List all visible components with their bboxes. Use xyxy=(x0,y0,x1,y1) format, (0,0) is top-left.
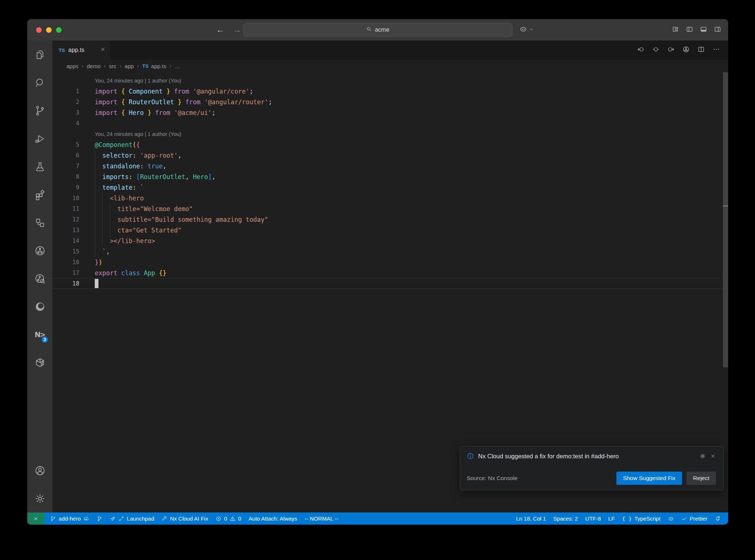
code-line-8[interactable]: 8 imports: [RouterOutlet, Hero], xyxy=(52,171,723,182)
activity-item-settings[interactable] xyxy=(27,484,52,512)
status-language-mode[interactable]: { }TypeScript xyxy=(619,512,664,525)
activity-item-nx-project-view[interactable] xyxy=(27,209,52,237)
status-cursor-position[interactable]: Ln 18, Col 1 xyxy=(512,512,550,525)
notification-close-icon[interactable] xyxy=(710,453,716,459)
git-blame-annotation: You, 24 minutes ago | 1 author (You) xyxy=(52,129,723,139)
scrollbar-slider[interactable] xyxy=(723,72,728,367)
braces-icon: { } xyxy=(622,515,632,522)
breadcrumb-item[interactable]: apps xyxy=(66,63,79,69)
activity-item-run-debug[interactable] xyxy=(27,125,52,153)
split-editor-icon[interactable] xyxy=(697,46,705,55)
activity-item-explorer[interactable] xyxy=(27,41,52,69)
command-center-search[interactable]: acme xyxy=(243,23,512,37)
breadcrumb-item[interactable]: app xyxy=(125,63,134,69)
status-eol[interactable]: LF xyxy=(605,512,619,525)
circle-arrow-right-icon[interactable] xyxy=(667,46,675,55)
window-controls xyxy=(36,19,62,41)
code-editor[interactable]: You, 24 minutes ago | 1 author (You)1imp… xyxy=(52,72,728,512)
breadcrumb-item[interactable]: … xyxy=(175,63,180,69)
copilot-icon[interactable] xyxy=(519,25,527,35)
status-nx-cloud-ai-fix[interactable]: Nx Cloud AI Fix xyxy=(158,512,212,525)
code-line-14[interactable]: 14 ></lib-hero> xyxy=(52,235,723,246)
blame-text: You, 24 minutes ago | 1 author (You) xyxy=(79,131,181,137)
activity-item-gitlens-inspect[interactable] xyxy=(27,265,52,293)
code-line-1[interactable]: 1import { Component } from '@angular/cor… xyxy=(52,86,723,97)
activity-item-testing[interactable] xyxy=(27,153,52,181)
status-commit-graph[interactable] xyxy=(93,512,106,525)
circle-branch-icon[interactable] xyxy=(682,46,690,55)
close-window-button[interactable] xyxy=(36,27,42,33)
code-text: title="Welcmoe demo" xyxy=(79,205,193,213)
toggle-panel-icon[interactable] xyxy=(700,25,707,35)
nav-back-circle-icon[interactable] xyxy=(637,46,644,55)
status-vim-mode[interactable]: -- NORMAL -- xyxy=(301,512,342,525)
code-line-3[interactable]: 3import { Hero } from '@acme/ui'; xyxy=(52,107,723,118)
ellipsis-icon[interactable] xyxy=(713,46,720,55)
status-gitlens-launchpad[interactable]: Launchpad xyxy=(106,512,158,525)
show-suggested-fix-button[interactable]: Show Suggested Fix xyxy=(616,472,682,485)
status-encoding[interactable]: UTF-8 xyxy=(582,512,605,525)
code-line-17[interactable]: 17export class App {} xyxy=(52,267,723,278)
status-remote-indicator[interactable] xyxy=(27,512,44,525)
code-line-12[interactable]: 12 subtitle="Build something amazing tod… xyxy=(52,214,723,225)
status-prettier[interactable]: Prettier xyxy=(678,512,711,525)
toggle-sidebar-left-icon[interactable] xyxy=(686,25,693,35)
code-line-5[interactable]: 5@Component({ xyxy=(52,139,723,150)
line-number: 1 xyxy=(52,88,79,95)
status-notifications-bell[interactable] xyxy=(711,512,724,525)
status-indentation[interactable]: Spaces: 2 xyxy=(550,512,582,525)
code-line-6[interactable]: 6 selector: 'app-root', xyxy=(52,150,723,161)
activity-item-project-graph[interactable] xyxy=(27,237,52,265)
reject-button[interactable]: Reject xyxy=(686,472,716,485)
code-line-16[interactable]: 16}) xyxy=(52,257,723,267)
status-copilot-status[interactable] xyxy=(664,512,678,525)
breadcrumb-separator: › xyxy=(82,63,84,69)
status-git-branch[interactable]: add-hero xyxy=(46,512,93,525)
overview-ruler-cursor-marker xyxy=(723,206,728,206)
activity-item-containers[interactable] xyxy=(27,349,52,377)
minimize-window-button[interactable] xyxy=(46,27,52,33)
code-text: import { RouterOutlet } from '@angular/r… xyxy=(79,98,272,106)
status-text: LF xyxy=(608,515,615,522)
breadcrumb-item[interactable]: TSapp.ts xyxy=(142,63,166,69)
code-text: cta="Get Started" xyxy=(79,227,181,234)
code-line-4[interactable]: 4 xyxy=(52,118,723,129)
vertical-scrollbar[interactable] xyxy=(723,72,728,512)
notification-title: Nx Cloud suggested a fix for demo:test i… xyxy=(478,453,619,460)
status-auto-attach[interactable]: Auto Attach: Always xyxy=(245,512,301,525)
activity-item-source-control[interactable] xyxy=(27,97,52,125)
customize-layout-icon[interactable] xyxy=(672,25,679,35)
warning-triangle-icon xyxy=(230,516,236,522)
line-number: 11 xyxy=(52,206,79,212)
code-line-7[interactable]: 7 standalone: true, xyxy=(52,161,723,171)
breadcrumb-item[interactable]: src xyxy=(109,63,116,69)
activity-item-nx-console[interactable]: N>3 xyxy=(27,321,52,349)
typescript-file-icon: TS xyxy=(142,63,149,69)
code-line-11[interactable]: 11 title="Welcmoe demo" xyxy=(52,203,723,214)
activity-item-extensions[interactable] xyxy=(27,181,52,209)
circle-dash-icon[interactable] xyxy=(652,46,660,55)
code-line-2[interactable]: 2import { RouterOutlet } from '@angular/… xyxy=(52,97,723,107)
navigate-forward-button[interactable]: → xyxy=(233,25,241,35)
info-icon xyxy=(467,452,474,460)
code-line-15[interactable]: 15 `, xyxy=(52,246,723,257)
code-text: export class App {} xyxy=(79,269,167,277)
zoom-window-button[interactable] xyxy=(56,27,62,33)
activity-item-accounts[interactable] xyxy=(27,456,52,484)
code-line-18[interactable]: 18 xyxy=(52,278,723,289)
code-line-13[interactable]: 13 cta="Get Started" xyxy=(52,225,723,235)
status-problems[interactable]: 00 xyxy=(212,512,245,525)
breadcrumb-item[interactable]: demo xyxy=(87,63,101,69)
wrench-icon xyxy=(161,516,167,522)
code-text: template: ` xyxy=(79,184,144,191)
navigate-back-button[interactable]: ← xyxy=(216,25,225,35)
activity-item-search[interactable] xyxy=(27,69,52,97)
toggle-sidebar-right-icon[interactable] xyxy=(714,25,721,35)
close-tab-icon[interactable] xyxy=(100,46,106,54)
notification-settings-gear-icon[interactable] xyxy=(699,453,706,459)
tab-app-ts[interactable]: TS app.ts xyxy=(52,41,111,60)
code-line-9[interactable]: 9 template: ` xyxy=(52,182,723,193)
code-line-10[interactable]: 10 <lib-hero xyxy=(52,193,723,203)
activity-item-edge-browser[interactable] xyxy=(27,293,52,321)
chevron-down-icon[interactable] xyxy=(529,27,534,34)
